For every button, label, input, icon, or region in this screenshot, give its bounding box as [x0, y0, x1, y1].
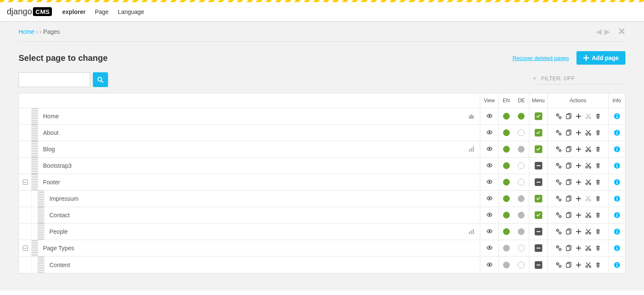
settings-icon[interactable] — [555, 245, 562, 251]
info-icon[interactable] — [614, 146, 620, 153]
drag-handle[interactable] — [32, 125, 38, 141]
add-icon[interactable] — [576, 146, 582, 152]
cut-icon[interactable] — [585, 113, 592, 120]
filter-toggle[interactable]: ▼ FILTER: OFF — [533, 75, 625, 82]
settings-icon[interactable] — [555, 162, 562, 169]
menu-minus-icon[interactable] — [535, 261, 542, 269]
page-name-cell[interactable]: About — [38, 129, 480, 136]
lang-dot-green[interactable] — [503, 113, 510, 120]
view-cell[interactable] — [480, 141, 498, 157]
menu-language[interactable]: Language — [118, 8, 144, 15]
info-icon[interactable] — [614, 245, 620, 251]
breadcrumb-home[interactable]: Home — [19, 28, 34, 35]
view-cell[interactable] — [480, 224, 498, 240]
trash-icon[interactable] — [595, 195, 601, 202]
info-icon[interactable] — [614, 195, 620, 202]
nav-next-icon[interactable]: ▶ — [604, 27, 610, 36]
view-cell[interactable] — [480, 191, 498, 207]
cut-icon[interactable] — [585, 262, 592, 268]
copy-icon[interactable] — [566, 129, 572, 136]
close-icon[interactable]: ✕ — [618, 26, 625, 37]
add-page-button[interactable]: Add page — [576, 51, 625, 65]
info-icon[interactable] — [614, 113, 620, 120]
view-cell[interactable] — [480, 240, 498, 256]
menu-check-icon[interactable] — [535, 195, 542, 202]
drag-handle[interactable] — [38, 207, 44, 223]
trash-icon[interactable] — [595, 262, 601, 268]
drag-handle[interactable] — [32, 108, 38, 124]
lang-dot-grey[interactable] — [518, 195, 525, 202]
info-icon[interactable] — [614, 262, 620, 268]
nav-prev-icon[interactable]: ◀ — [596, 27, 602, 36]
lang-dot-green[interactable] — [503, 195, 510, 202]
menu-minus-icon[interactable] — [535, 162, 542, 169]
lang-dot-grey[interactable] — [518, 228, 525, 235]
menu-check-icon[interactable] — [535, 129, 542, 137]
view-cell[interactable] — [480, 108, 498, 124]
trash-icon[interactable] — [595, 162, 601, 169]
info-icon[interactable] — [614, 212, 620, 219]
lang-dot-grey[interactable] — [518, 212, 525, 219]
view-cell[interactable] — [480, 174, 498, 190]
lang-dot-green[interactable] — [503, 146, 510, 153]
cut-icon[interactable] — [585, 195, 592, 202]
info-icon[interactable] — [614, 228, 620, 235]
lang-dot-green[interactable] — [503, 162, 510, 169]
copy-icon[interactable] — [566, 162, 572, 169]
settings-icon[interactable] — [555, 113, 562, 120]
trash-icon[interactable] — [595, 228, 601, 235]
page-name-cell[interactable]: Home — [38, 113, 480, 120]
page-name-cell[interactable]: Footer — [38, 179, 480, 186]
brand-logo[interactable]: djangoCMS — [7, 7, 52, 16]
add-icon[interactable] — [576, 245, 582, 251]
copy-icon[interactable] — [566, 228, 572, 235]
lang-dot-green[interactable] — [503, 129, 510, 136]
copy-icon[interactable] — [566, 262, 572, 268]
page-name-cell[interactable]: People — [44, 228, 480, 235]
add-icon[interactable] — [576, 262, 582, 268]
lang-dot-outline[interactable] — [518, 245, 525, 251]
settings-icon[interactable] — [555, 179, 562, 186]
add-icon[interactable] — [576, 229, 582, 235]
page-name-cell[interactable]: Impressum — [44, 195, 480, 202]
lang-dot-green[interactable] — [518, 113, 525, 120]
settings-icon[interactable] — [555, 262, 562, 268]
collapse-toggle[interactable]: − — [23, 180, 28, 185]
copy-icon[interactable] — [566, 113, 572, 120]
lang-dot-outline[interactable] — [518, 162, 525, 169]
cut-icon[interactable] — [585, 162, 592, 169]
copy-icon[interactable] — [566, 146, 572, 153]
settings-icon[interactable] — [555, 228, 562, 235]
drag-handle[interactable] — [32, 174, 38, 190]
lang-dot-outline[interactable] — [518, 179, 525, 186]
copy-icon[interactable] — [566, 245, 572, 251]
add-icon[interactable] — [576, 163, 582, 169]
cut-icon[interactable] — [585, 212, 592, 219]
add-icon[interactable] — [576, 130, 582, 136]
trash-icon[interactable] — [595, 179, 601, 186]
drag-handle[interactable] — [32, 158, 38, 174]
lang-dot-grey[interactable] — [518, 146, 525, 153]
drag-handle[interactable] — [32, 141, 38, 157]
trash-icon[interactable] — [595, 129, 601, 136]
search-button[interactable] — [93, 72, 108, 87]
menu-minus-icon[interactable] — [535, 178, 542, 186]
menu-minus-icon[interactable] — [535, 228, 542, 235]
cut-icon[interactable] — [585, 245, 592, 251]
lang-dot-outline[interactable] — [518, 129, 525, 136]
copy-icon[interactable] — [566, 195, 572, 202]
lang-dot-green[interactable] — [503, 212, 510, 219]
page-name-cell[interactable]: Page Types — [38, 245, 480, 251]
lang-dot-outline[interactable] — [518, 262, 525, 268]
lang-dot-green[interactable] — [503, 228, 510, 235]
search-input[interactable] — [19, 72, 90, 87]
page-name-cell[interactable]: Content — [44, 262, 480, 268]
drag-handle[interactable] — [38, 257, 44, 273]
view-cell[interactable] — [480, 257, 498, 273]
settings-icon[interactable] — [555, 146, 562, 153]
drag-handle[interactable] — [32, 240, 38, 256]
page-name-cell[interactable]: Blog — [38, 146, 480, 153]
drag-handle[interactable] — [38, 224, 44, 240]
info-icon[interactable] — [614, 179, 620, 186]
recover-link[interactable]: Recover deleted pages — [513, 55, 569, 61]
